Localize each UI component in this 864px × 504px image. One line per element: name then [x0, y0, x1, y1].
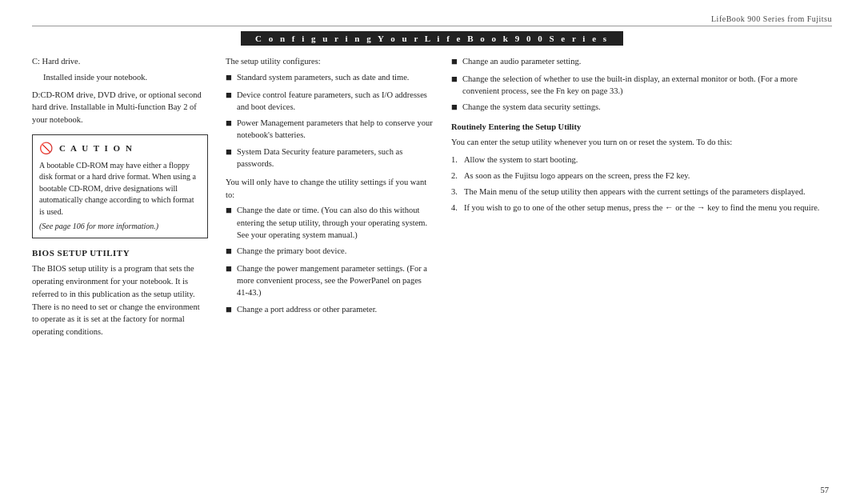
- steps-list: 1. Allow the system to start booting. 2.…: [451, 154, 832, 214]
- list-item: ■Device control feature parameters, such…: [226, 89, 434, 113]
- caution-title: 🚫 C A U T I O N: [39, 140, 201, 157]
- list-item: 1. Allow the system to start booting.: [451, 154, 832, 166]
- list-item: 4. If you wish to go to one of the other…: [451, 202, 832, 214]
- list-item: 2. As soon as the Fujitsu logo appears o…: [451, 170, 832, 182]
- list-item: ■Change an audio parameter setting.: [451, 55, 832, 69]
- caution-icon: 🚫: [39, 140, 54, 157]
- caution-italic: (See page 106 for more information.): [39, 221, 201, 233]
- title-bar: C o n f i g u r i n g Y o u r L i f e B …: [32, 31, 832, 46]
- routinely-intro: You can enter the setup utility whenever…: [451, 136, 832, 149]
- step-4-text: If you wish to go to one of the other se…: [464, 202, 819, 214]
- list-item: 3. The Main menu of the setup utility th…: [451, 186, 832, 198]
- list-item: ■Change the selection of whether to use …: [451, 73, 832, 97]
- mid-bullets-list: ■Standard system parameters, such as dat…: [226, 71, 434, 170]
- columns: C: Hard drive. Installed inside your not…: [32, 55, 832, 471]
- bios-title: BIOS SETUP UTILITY: [32, 246, 208, 260]
- change-bullets-list: ■Change the date or time. (You can also …: [226, 204, 434, 316]
- list-item: ■System Data Security feature parameters…: [226, 146, 434, 170]
- bios-text: The BIOS setup utility is a program that…: [32, 262, 208, 338]
- list-item: ■Change the system data security setting…: [451, 101, 832, 114]
- caution-box: 🚫 C A U T I O N A bootable CD-ROM may ha…: [32, 134, 208, 238]
- change-intro: You will only have to change the utility…: [226, 176, 434, 202]
- right-bullets-list: ■Change an audio parameter setting. ■Cha…: [451, 55, 832, 114]
- left-column: C: Hard drive. Installed inside your not…: [32, 55, 208, 471]
- left-item-c-label: C: Hard drive.: [32, 55, 208, 68]
- header-text: LifeBook 900 Series from Fujitsu: [711, 14, 832, 23]
- mid-intro: The setup utility configures:: [226, 55, 434, 68]
- page-number: 57: [821, 486, 830, 494]
- list-item: ■Change the primary boot device.: [226, 245, 434, 258]
- left-item-c-sub: Installed inside your notebook.: [32, 71, 208, 84]
- mid-column: The setup utility configures: ■Standard …: [226, 55, 434, 471]
- page: LifeBook 900 Series from Fujitsu C o n f…: [0, 0, 864, 504]
- header: LifeBook 900 Series from Fujitsu: [32, 14, 832, 26]
- list-item: ■Standard system parameters, such as dat…: [226, 71, 434, 85]
- title-bar-text: C o n f i g u r i n g Y o u r L i f e B …: [241, 31, 623, 46]
- right-column: ■Change an audio parameter setting. ■Cha…: [451, 55, 832, 471]
- caution-body: A bootable CD-ROM may have either a flop…: [39, 160, 201, 218]
- list-item: ■Change the power mangement parameter se…: [226, 262, 434, 299]
- routinely-title: Routinely Entering the Setup Utility: [451, 121, 832, 134]
- list-item: ■Change the date or time. (You can also …: [226, 204, 434, 241]
- left-item-d: D:CD-ROM drive, DVD drive, or optional s…: [32, 89, 208, 126]
- list-item: ■Change a port address or other paramete…: [226, 303, 434, 317]
- list-item: ■Power Management parameters that help t…: [226, 117, 434, 141]
